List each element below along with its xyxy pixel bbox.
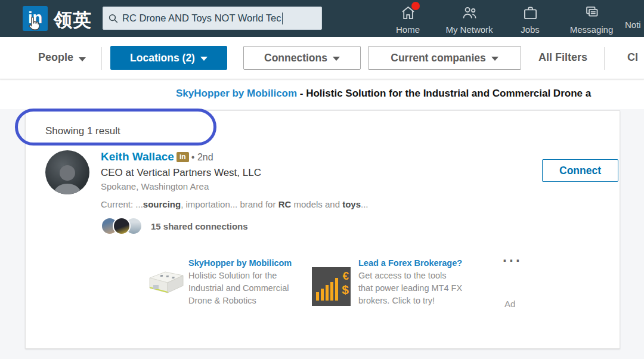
filter-people-dropdown[interactable]: People (38, 51, 86, 64)
snippet-highlight: toys (342, 199, 361, 209)
shared-connections-link[interactable]: 15 shared connections (151, 221, 248, 231)
ad-text-line: Industrial and Commercial (188, 282, 314, 295)
forex-ad-image[interactable]: € $ (312, 267, 351, 306)
chevron-down-icon (200, 57, 208, 61)
ad-skyhopper-title-link[interactable]: SkyHopper by Mobilicom (188, 258, 314, 268)
search-filter-bar: People Locations (2) Connections Current… (0, 37, 644, 79)
search-icon (108, 13, 119, 24)
banner-skyhopper-link[interactable]: SkyHopper by Mobilicom (176, 88, 297, 99)
home-icon (400, 5, 416, 21)
nav-my-network[interactable]: My Network (436, 5, 502, 35)
top-navigation-bar: in 领英 RC Drone AND Toys NOT World Tec Ho… (0, 0, 644, 37)
messaging-icon (584, 5, 600, 21)
result-person-info: Keith Wallacein• 2nd CEO at Vertical Par… (101, 148, 369, 235)
person-current-snippet: Current: ...sourcing, importation... bra… (101, 199, 369, 209)
nav-messaging-label: Messaging (559, 24, 624, 35)
skyhopper-device-image[interactable] (145, 267, 188, 298)
filter-connections-label: Connections (264, 52, 327, 64)
results-count: Showing 1 result (45, 125, 120, 137)
all-filters-button[interactable]: All Filters (538, 51, 587, 64)
nav-jobs-label: Jobs (497, 24, 563, 35)
ad-text-line: Holistic Solution for the (188, 270, 314, 282)
person-location: Spokane, Washington Area (101, 180, 369, 193)
shared-connections-row: 15 shared connections (101, 217, 369, 235)
clear-filters-button[interactable]: Cl (627, 51, 638, 64)
nav-jobs[interactable]: Jobs (497, 5, 563, 35)
ad-text-line: that power leading MT4 FX (358, 282, 496, 295)
filter-locations-button[interactable]: Locations (2) (110, 46, 227, 70)
connection-degree: • 2nd (191, 152, 213, 162)
nav-messaging[interactable]: Messaging (559, 5, 624, 35)
snippet-highlight: RC (278, 199, 292, 209)
search-results-card: Showing 1 result Keith Wallacein• 2nd CE… (25, 110, 620, 349)
promo-banner: SkyHopper by Mobilicom - Holistic Soluti… (176, 88, 591, 100)
filter-current-companies-button[interactable]: Current companies (368, 46, 521, 70)
nav-my-network-label: My Network (436, 24, 502, 35)
ad-options-button[interactable]: ··· (503, 256, 522, 265)
chevron-down-icon (79, 57, 86, 61)
nav-notifications[interactable]: Noti (625, 20, 641, 30)
connect-button[interactable]: Connect (542, 159, 618, 182)
nav-home-label: Home (375, 24, 441, 35)
chevron-down-icon (491, 57, 499, 61)
snippet-text: , importation... brand for (181, 199, 278, 209)
person-headline: CEO at Vertical Partners West, LLC (101, 165, 369, 180)
divider (604, 47, 605, 70)
chevron-down-icon (333, 57, 340, 61)
dollar-symbol: $ (342, 284, 349, 295)
divider (101, 47, 102, 70)
snippet-text: Current: ... (101, 199, 143, 209)
ad-forex-title-link[interactable]: Lead a Forex Brokerage? (358, 258, 496, 268)
hand-cursor-icon (26, 16, 43, 32)
ad-text-line: Get access to the tools (358, 270, 496, 282)
text-cursor (282, 13, 283, 24)
snippet-text: models and (291, 199, 342, 209)
premium-badge-icon: in (177, 152, 189, 162)
content-area: SkyHopper by Mobilicom - Holistic Soluti… (0, 79, 644, 359)
profile-photo[interactable] (45, 150, 89, 194)
ad-skyhopper: SkyHopper by Mobilicom Holistic Solution… (188, 258, 314, 307)
ad-text-line: Drone & Robotics (188, 295, 314, 307)
nav-home[interactable]: Home (375, 5, 441, 35)
linkedin-cjk-wordmark: 领英 (54, 8, 92, 33)
bar-chart-icon (316, 278, 340, 301)
filter-locations-label: Locations (2) (130, 52, 195, 64)
filter-current-companies-label: Current companies (391, 52, 485, 64)
person-name-link[interactable]: Keith Wallace (101, 150, 174, 163)
my-network-icon (462, 5, 478, 21)
euro-symbol: € (342, 270, 349, 281)
ad-text-line: brokers. Click to try! (358, 295, 496, 307)
promo-banner-strip: SkyHopper by Mobilicom - Holistic Soluti… (0, 79, 644, 109)
ad-forex: Lead a Forex Brokerage? Get access to th… (358, 258, 496, 307)
notification-dot (411, 2, 420, 10)
search-input[interactable]: RC Drone AND Toys NOT World Tec (103, 7, 322, 30)
filter-connections-button[interactable]: Connections (243, 46, 361, 70)
jobs-icon (522, 5, 538, 21)
banner-text: - Holistic Solution for the Industrial a… (297, 88, 591, 99)
snippet-highlight: sourcing (143, 199, 181, 209)
shared-connection-avatar[interactable] (113, 217, 131, 235)
snippet-text: ... (361, 199, 369, 209)
ad-label: Ad (504, 299, 515, 309)
search-query-text: RC Drone AND Toys NOT World Tec (122, 13, 281, 24)
name-line: Keith Wallacein• 2nd (101, 148, 369, 165)
filter-people-label: People (38, 51, 73, 63)
